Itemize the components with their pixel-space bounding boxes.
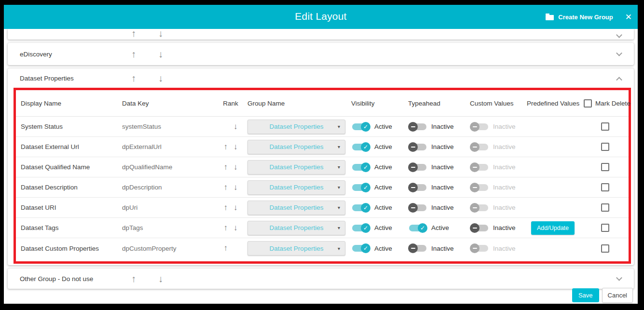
visibility-cell: Active [349,198,406,217]
rank-down-arrow[interactable]: ↓ [233,142,238,152]
data-key-cell: dpTags [120,218,216,238]
rank-down-arrow[interactable]: ↓ [233,162,238,172]
chevron-down-icon[interactable] [616,50,622,56]
visibility-toggle[interactable] [351,142,370,152]
display-name: Dataset Tags [21,224,59,231]
move-section-up-arrow[interactable]: ↑ [131,273,136,284]
chevron-up-icon[interactable] [616,77,622,83]
cancel-button[interactable]: Cancel [602,288,633,303]
rank-down-arrow[interactable]: ↓ [233,122,238,132]
close-icon[interactable]: ✕ [625,12,632,22]
table-row: System StatussystemStatus↑↓Dataset Prope… [16,117,629,137]
mark-delete-checkbox[interactable] [601,244,609,253]
move-section-up-arrow[interactable]: ↑ [131,49,136,60]
mark-delete-cell [581,177,629,197]
rank-up-arrow[interactable]: ↑ [224,203,228,213]
typeahead-toggle[interactable] [408,223,427,233]
add-update-button[interactable]: Add/Update [531,221,575,235]
typeahead-state-label: Inactive [431,184,454,191]
data-key-cell: dpDescription [120,177,216,197]
visibility-toggle[interactable] [351,223,370,233]
rank-up-arrow[interactable]: ↑ [224,243,228,253]
predefined-values-cell [524,238,581,258]
typeahead-state-label: Inactive [431,143,454,150]
column-header-visibility: Visibility [349,90,406,116]
section-label: eDiscovery [20,51,52,58]
rank-up-arrow[interactable]: ↑ [224,142,228,152]
mark-delete-checkbox[interactable] [601,163,609,171]
move-section-down-arrow[interactable]: ↓ [158,29,163,39]
visibility-cell: Active [349,137,406,157]
typeahead-cell: Inactive [406,238,467,258]
create-new-group-button[interactable]: Create New Group [546,13,613,21]
visibility-toggle[interactable] [351,183,370,192]
custom-values-cell: Inactive [467,238,524,258]
typeahead-toggle[interactable] [408,243,427,253]
move-section-up-arrow[interactable]: ↑ [131,29,136,39]
dialog-title-bar: Edit Layout Create New Group ✕ [4,5,638,29]
rank-down-arrow[interactable]: ↓ [233,203,238,213]
typeahead-toggle[interactable] [408,183,427,192]
data-key: dpExternalUrl [122,143,162,150]
typeahead-cell: Inactive [406,198,467,217]
rank-cell: ↑↓ [216,157,245,177]
mark-delete-checkbox[interactable] [601,183,609,191]
rank-down-arrow[interactable]: ↓ [233,183,238,192]
group-name-dropdown[interactable]: Dataset Properties▾ [247,120,345,134]
group-name-value: Dataset Properties [270,245,324,252]
group-name-dropdown[interactable]: Dataset Properties▾ [247,221,345,235]
table-row: Dataset Qualified NamedpQualifiedName↑↓D… [16,157,629,177]
visibility-toggle[interactable] [351,122,370,132]
save-button[interactable]: Save [572,288,599,302]
table-row: Dataset TagsdpTags↑↓Dataset Properties▾A… [16,218,629,238]
rank-cell: ↑↓ [216,177,245,197]
group-name-dropdown[interactable]: Dataset Properties▾ [247,180,345,195]
create-new-group-label: Create New Group [558,13,613,21]
rank-up-arrow[interactable]: ↑ [224,183,228,192]
caret-down-icon: ▾ [338,205,340,210]
caret-down-icon: ▾ [338,124,340,129]
group-name-dropdown[interactable]: Dataset Properties▾ [247,160,345,175]
chevron-down-icon[interactable] [616,275,622,281]
custom-values-toggle [470,142,489,152]
move-section-down-arrow[interactable]: ↓ [158,49,163,60]
mark-delete-checkbox[interactable] [601,143,609,151]
highlight-red-box: Display NameData KeyRankGroup NameVisibi… [14,88,631,264]
typeahead-toggle[interactable] [408,203,427,213]
typeahead-toggle[interactable] [408,142,427,152]
mark-delete-cell [581,198,629,217]
group-name-cell: Dataset Properties▾ [245,137,349,157]
page-title: Edit Layout [4,11,638,22]
typeahead-toggle[interactable] [408,162,427,172]
data-key: dpTags [122,224,143,231]
move-section-up-arrow[interactable]: ↑ [131,73,136,84]
display-name: Dataset URI [21,204,56,211]
column-header-data-key: Data Key [120,90,216,116]
group-name-value: Dataset Properties [270,163,324,171]
column-header-label: Mark Delete [595,100,630,107]
rank-up-arrow[interactable]: ↑ [224,162,228,172]
mark-delete-checkbox[interactable] [601,203,609,212]
custom-values-state-label: Inactive [493,123,516,130]
display-name: Dataset External Url [21,143,79,150]
rank-up-arrow[interactable]: ↑ [224,223,228,233]
mark-delete-cell [581,137,629,157]
column-header-label: Custom Values [470,100,514,107]
visibility-toggle[interactable] [351,203,370,213]
visibility-toggle[interactable] [351,162,370,172]
mark-delete-checkbox[interactable] [601,224,609,232]
move-section-down-arrow[interactable]: ↓ [158,273,163,284]
mark-delete-all-checkbox[interactable] [584,99,592,108]
typeahead-toggle[interactable] [408,122,427,132]
custom-values-toggle[interactable] [470,223,489,233]
group-name-dropdown[interactable]: Dataset Properties▾ [247,201,345,215]
mark-delete-checkbox[interactable] [601,122,609,131]
group-name-cell: Dataset Properties▾ [245,157,349,177]
section-label: Dataset Properties [20,75,74,82]
move-section-down-arrow[interactable]: ↓ [158,73,163,84]
group-name-dropdown[interactable]: Dataset Properties▾ [247,140,345,154]
visibility-toggle[interactable] [351,243,370,253]
chevron-down-icon[interactable] [616,32,622,38]
group-name-dropdown[interactable]: Dataset Properties▾ [247,241,345,256]
rank-down-arrow[interactable]: ↓ [233,223,238,233]
